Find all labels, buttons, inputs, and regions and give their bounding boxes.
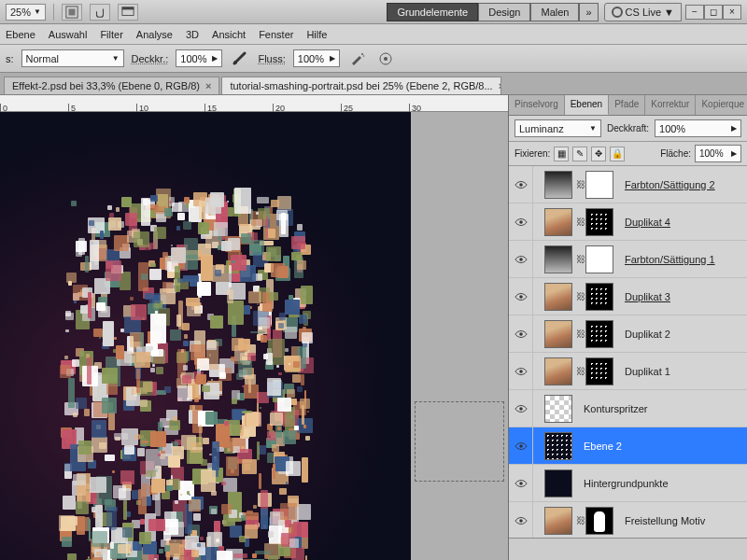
minimize-button[interactable]: − — [685, 5, 704, 20]
layer-thumbnail[interactable] — [544, 171, 572, 199]
layer-thumbnail[interactable] — [544, 507, 572, 535]
layer-row[interactable]: Konturspritzer — [509, 390, 747, 427]
layer-thumbnail[interactable] — [544, 283, 572, 311]
menu-ebene[interactable]: Ebene — [6, 29, 35, 40]
airbrush-icon[interactable] — [347, 49, 368, 68]
layer-thumbnail[interactable] — [544, 245, 572, 273]
link-icon[interactable]: ⛓ — [576, 179, 585, 189]
opacity-label[interactable]: Deckkr.: — [132, 53, 169, 64]
link-icon[interactable]: ⛓ — [576, 291, 585, 301]
menu-auswahl[interactable]: Auswahl — [49, 29, 88, 40]
tab-ebenen[interactable]: Ebenen — [565, 95, 609, 115]
flow-combo[interactable]: 100% ▶ — [293, 49, 340, 67]
lock-transparency-icon[interactable]: ▦ — [554, 147, 569, 161]
layer-row[interactable]: Ebene 2 — [509, 427, 747, 465]
layer-name[interactable]: Ebene 2 — [584, 441, 622, 452]
layer-name[interactable]: Duplikat 3 — [625, 291, 670, 302]
close-icon[interactable]: × — [499, 80, 502, 91]
layer-mask-thumbnail[interactable] — [585, 320, 613, 348]
layer-name[interactable]: Duplikat 1 — [625, 366, 670, 377]
layer-mask-thumbnail[interactable] — [585, 208, 613, 236]
document-tab[interactable]: Effekt-2.psd bei 33,3% (Ebene 0, RGB/8) … — [4, 77, 219, 94]
layer-thumbnail[interactable] — [544, 432, 572, 460]
layer-mask-thumbnail[interactable] — [585, 283, 613, 311]
layer-fill-combo[interactable]: 100%▶ — [695, 145, 741, 162]
link-icon[interactable]: ⛓ — [576, 366, 585, 376]
workspace-overflow-button[interactable]: » — [579, 3, 598, 21]
visibility-eye-icon[interactable] — [509, 390, 533, 427]
layer-row[interactable]: ⛓Duplikat 3 — [509, 278, 747, 315]
menu-ansicht[interactable]: Ansicht — [212, 29, 246, 40]
pressure-size-icon[interactable] — [375, 49, 396, 68]
screen-mode-button[interactable] — [118, 4, 138, 21]
tab-pfade[interactable]: Pfade — [609, 95, 645, 115]
lock-pixels-icon[interactable]: ✎ — [572, 147, 587, 161]
layer-name[interactable]: Duplikat 2 — [625, 329, 670, 340]
layer-name[interactable]: Duplikat 4 — [625, 217, 670, 228]
visibility-eye-icon[interactable] — [509, 241, 533, 277]
opacity-combo[interactable]: 100% ▶ — [176, 49, 222, 67]
layer-name[interactable]: Freistellung Motiv — [625, 515, 705, 526]
visibility-eye-icon[interactable] — [509, 203, 533, 240]
menu-filter[interactable]: Filter — [100, 29, 122, 40]
layer-list[interactable]: ⛓Farbton/Sättigung 2⛓Duplikat 4⛓Farbton/… — [509, 166, 747, 538]
visibility-eye-icon[interactable] — [509, 502, 533, 538]
document-tab[interactable]: tutorial-smashing-portrait.psd bei 25% (… — [221, 77, 501, 94]
visibility-eye-icon[interactable] — [509, 427, 533, 464]
tab-korrekturen[interactable]: Korrektur — [645, 95, 696, 115]
close-icon[interactable]: × — [205, 80, 211, 91]
horizontal-ruler[interactable]: 051015202530 — [0, 95, 508, 112]
layer-mask-thumbnail[interactable] — [585, 245, 613, 273]
visibility-eye-icon[interactable] — [509, 465, 533, 501]
visibility-eye-icon[interactable] — [509, 353, 533, 389]
hand-tool-button[interactable] — [90, 4, 110, 21]
selection-marquee[interactable] — [415, 401, 504, 482]
layer-thumbnail[interactable] — [544, 469, 572, 497]
link-icon[interactable]: ⛓ — [576, 329, 585, 339]
workspace-grundelemente[interactable]: Grundelemente — [387, 3, 478, 21]
close-button[interactable]: × — [723, 5, 741, 20]
blend-mode-combo[interactable]: Normal ▼ — [21, 49, 124, 67]
layer-name[interactable]: Farbton/Sättigung 1 — [625, 254, 715, 265]
layer-row[interactable]: ⛓Duplikat 1 — [509, 353, 747, 390]
tab-kopierquelle[interactable]: Kopierque — [696, 95, 747, 115]
menu-analyse[interactable]: Analyse — [136, 29, 173, 40]
layer-blend-mode-combo[interactable]: Luminanz ▼ — [514, 119, 601, 137]
lock-position-icon[interactable]: ✥ — [591, 147, 606, 161]
layer-mask-thumbnail[interactable] — [585, 171, 613, 199]
visibility-eye-icon[interactable] — [509, 278, 533, 315]
lock-all-icon[interactable]: 🔒 — [610, 147, 625, 161]
layer-thumbnail[interactable] — [544, 208, 572, 236]
visibility-eye-icon[interactable] — [509, 166, 533, 203]
canvas-viewport[interactable] — [0, 112, 508, 560]
maximize-button[interactable]: ◻ — [704, 5, 723, 20]
workspace-design[interactable]: Design — [478, 3, 530, 21]
layer-mask-thumbnail[interactable] — [585, 507, 613, 535]
menu-3d[interactable]: 3D — [186, 29, 199, 40]
menu-fenster[interactable]: Fenster — [259, 29, 293, 40]
layer-thumbnail[interactable] — [544, 357, 572, 385]
layer-name[interactable]: Hintergrundpunkte — [584, 478, 669, 489]
link-icon[interactable]: ⛓ — [576, 254, 585, 264]
workspace-malen[interactable]: Malen — [530, 3, 579, 21]
cs-live-button[interactable]: CS Live ▼ — [604, 3, 682, 21]
layer-row[interactable]: Hintergrundpunkte — [509, 465, 747, 502]
artboard[interactable] — [0, 112, 411, 560]
layer-name[interactable]: Konturspritzer — [584, 403, 647, 414]
layer-name[interactable]: Farbton/Sättigung 2 — [625, 179, 715, 190]
zoom-level-combo[interactable]: 25% ▼ — [6, 4, 46, 21]
layer-mask-thumbnail[interactable] — [585, 357, 613, 385]
flow-label[interactable]: Fluss: — [258, 53, 285, 64]
layer-row[interactable]: ⛓Duplikat 2 — [509, 315, 747, 353]
link-icon[interactable]: ⛓ — [576, 217, 585, 227]
layer-opacity-combo[interactable]: 100%▶ — [655, 119, 741, 137]
tab-pinselvorgaben[interactable]: Pinselvorg — [509, 95, 565, 115]
layer-thumbnail[interactable] — [544, 395, 572, 423]
layer-row[interactable]: ⛓Duplikat 4 — [509, 203, 747, 241]
menu-hilfe[interactable]: Hilfe — [306, 29, 327, 40]
visibility-eye-icon[interactable] — [509, 315, 533, 352]
layer-row[interactable]: ⛓Freistellung Motiv — [509, 502, 747, 538]
layer-row[interactable]: ⛓Farbton/Sättigung 1 — [509, 241, 747, 278]
layer-row[interactable]: ⛓Farbton/Sättigung 2 — [509, 166, 747, 203]
layer-thumbnail[interactable] — [544, 320, 572, 348]
